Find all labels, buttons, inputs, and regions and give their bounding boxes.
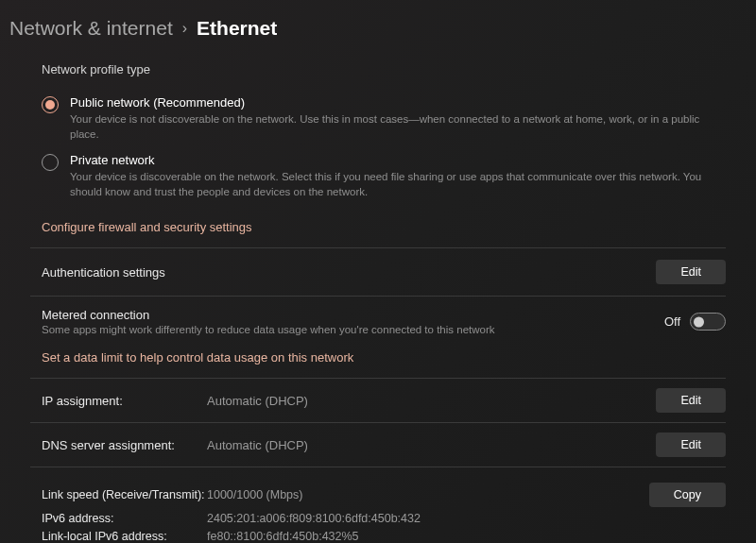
radio-description: Your device is not discoverable on the n… bbox=[70, 110, 726, 142]
authentication-label: Authentication settings bbox=[42, 265, 165, 280]
ip-assignment-label: IP assignment: bbox=[42, 394, 207, 408]
network-info-table: Link speed (Receive/Transmit): 1000/1000… bbox=[42, 467, 726, 543]
ip-assignment-row: IP assignment: Automatic (DHCP) Edit bbox=[42, 379, 726, 422]
ip-assignment-edit-button[interactable]: Edit bbox=[656, 388, 726, 413]
table-row: IPv6 address: 2405:201:a006:f809:8100:6d… bbox=[42, 510, 726, 528]
radio-label: Public network (Recommended) bbox=[70, 95, 726, 110]
table-row: Link speed (Receive/Transmit): 1000/1000… bbox=[42, 473, 726, 510]
authentication-row: Authentication settings Edit bbox=[42, 248, 726, 296]
authentication-edit-button[interactable]: Edit bbox=[656, 260, 726, 284]
firewall-settings-link[interactable]: Configure firewall and security settings bbox=[42, 212, 726, 247]
copy-button[interactable]: Copy bbox=[649, 483, 726, 507]
metered-label: Metered connection bbox=[42, 308, 495, 322]
dns-assignment-value: Automatic (DHCP) bbox=[207, 438, 656, 452]
info-key: IPv6 address: bbox=[42, 512, 207, 525]
radio-description: Your device is discoverable on the netwo… bbox=[70, 167, 726, 199]
dns-assignment-label: DNS server assignment: bbox=[42, 438, 207, 452]
radio-icon bbox=[42, 96, 59, 113]
breadcrumb-parent[interactable]: Network & internet bbox=[9, 17, 173, 40]
data-limit-link[interactable]: Set a data limit to help control data us… bbox=[42, 339, 726, 378]
info-key: Link-local IPv6 address: bbox=[42, 530, 207, 543]
chevron-right-icon: › bbox=[182, 20, 187, 37]
radio-icon bbox=[42, 154, 59, 171]
info-value: 1000/1000 (Mbps) bbox=[207, 488, 649, 501]
radio-private-network[interactable]: Private network Your device is discovera… bbox=[42, 147, 726, 205]
breadcrumb-current: Ethernet bbox=[197, 17, 277, 40]
metered-toggle-state: Off bbox=[664, 314, 680, 329]
metered-toggle[interactable] bbox=[690, 313, 726, 331]
dns-assignment-edit-button[interactable]: Edit bbox=[656, 433, 726, 457]
dns-assignment-row: DNS server assignment: Automatic (DHCP) … bbox=[42, 423, 726, 467]
table-row: Link-local IPv6 address: fe80::8100:6dfd… bbox=[42, 528, 726, 543]
ip-assignment-value: Automatic (DHCP) bbox=[207, 394, 656, 408]
info-key: Link speed (Receive/Transmit): bbox=[42, 488, 207, 501]
breadcrumb: Network & internet › Ethernet bbox=[0, 0, 756, 53]
info-value: 2405:201:a006:f809:8100:6dfd:450b:432 bbox=[207, 512, 726, 525]
network-profile-title: Network profile type bbox=[42, 53, 726, 90]
radio-label: Private network bbox=[70, 153, 726, 167]
network-profile-radio-group: Public network (Recommended) Your device… bbox=[42, 90, 726, 212]
metered-description: Some apps might work differently to redu… bbox=[42, 322, 495, 335]
radio-public-network[interactable]: Public network (Recommended) Your device… bbox=[42, 90, 726, 147]
metered-row: Metered connection Some apps might work … bbox=[42, 297, 726, 339]
info-value: fe80::8100:6dfd:450b:432%5 bbox=[207, 530, 726, 543]
